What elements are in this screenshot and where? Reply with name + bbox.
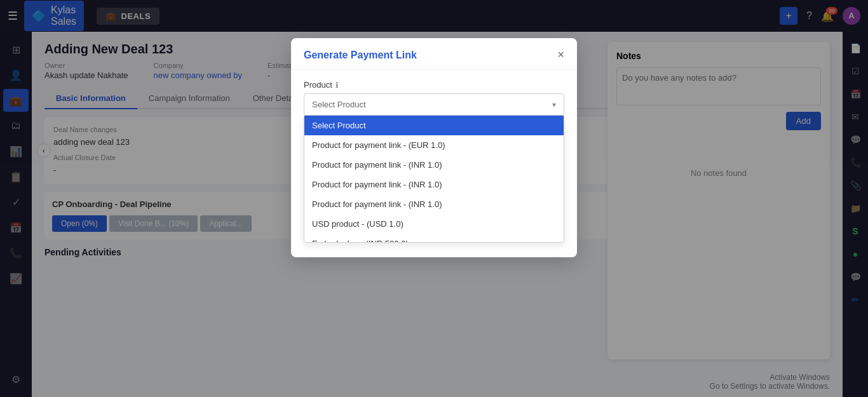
modal-header: Generate Payment Link × [291, 38, 577, 70]
product-select-container: Select Product ▾ Select Product Product … [304, 93, 564, 116]
dropdown-item-0[interactable]: Select Product [304, 116, 564, 135]
generate-payment-link-modal: Generate Payment Link × Product ℹ Select… [291, 38, 577, 257]
modal-title: Generate Payment Link [304, 50, 417, 61]
chevron-down-icon: ▾ [552, 100, 556, 109]
modal-body: Product ℹ Select Product ▾ Select Produc… [291, 70, 577, 245]
dropdown-item-6[interactable]: Embark plan - (INR 500.0) [304, 234, 564, 243]
product-field-label: Product ℹ [304, 80, 564, 90]
modal-close-button[interactable]: × [557, 48, 564, 62]
dropdown-item-4[interactable]: Product for payment link - (INR 1.0) [304, 194, 564, 214]
select-placeholder: Select Product [312, 100, 366, 109]
product-dropdown-list[interactable]: Select Product Product for payment link … [304, 116, 564, 243]
dropdown-item-2[interactable]: Product for payment link - (INR 1.0) [304, 155, 564, 175]
dropdown-item-5[interactable]: USD product - (USD 1.0) [304, 214, 564, 234]
product-select[interactable]: Select Product ▾ [304, 93, 564, 116]
info-icon: ℹ [336, 81, 339, 90]
dropdown-item-1[interactable]: Product for payment link - (EUR 1.0) [304, 135, 564, 155]
dropdown-item-3[interactable]: Product for payment link - (INR 1.0) [304, 175, 564, 194]
